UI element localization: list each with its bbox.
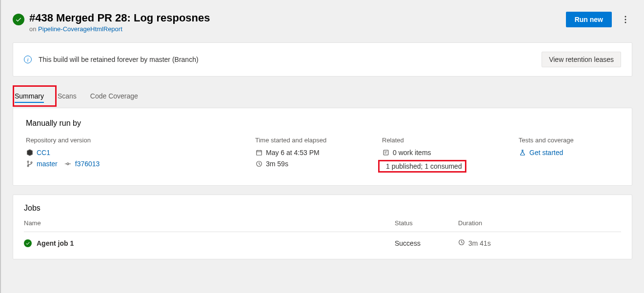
- elapsed-value: 3m 59s: [266, 160, 288, 168]
- time-started-value: May 6 at 4:53 PM: [266, 149, 320, 156]
- clock-icon: [255, 160, 262, 168]
- retention-notice-text: This build will be retained forever by m…: [39, 56, 542, 63]
- build-title: #438 Merged PR 28: Log resposnes: [29, 12, 210, 24]
- job-row[interactable]: Agent job 1 Success 3m 41s: [24, 232, 621, 247]
- repo-icon: [26, 149, 33, 156]
- commit-icon: [64, 160, 72, 168]
- tests-coverage-label: Tests and coverage: [519, 137, 619, 144]
- work-item-icon: [382, 149, 389, 156]
- tab-summary[interactable]: Summary: [8, 87, 51, 105]
- flask-icon: [519, 149, 526, 156]
- branch-link[interactable]: master: [37, 160, 58, 168]
- jobs-col-status: Status: [395, 219, 458, 227]
- svg-point-1: [625, 19, 626, 20]
- tab-code-coverage[interactable]: Code Coverage: [83, 87, 145, 105]
- pipeline-link[interactable]: Pipeline-CoverageHtmlReport: [38, 25, 122, 33]
- run-new-button[interactable]: Run new: [566, 12, 612, 27]
- info-icon: i: [24, 56, 32, 63]
- build-status-success-icon: [13, 14, 24, 25]
- highlight-box-artifacts: 1 published; 1 consumed: [378, 160, 466, 173]
- time-label: Time started and elapsed: [255, 137, 382, 144]
- svg-rect-7: [256, 151, 262, 156]
- pipeline-subtitle: on Pipeline-CoverageHtmlReport: [29, 25, 210, 33]
- jobs-col-duration: Duration: [458, 219, 621, 227]
- section-run-by-title: Manually run by: [26, 119, 619, 128]
- svg-point-6: [67, 163, 69, 165]
- artifacts-link[interactable]: 1 published; 1 consumed: [386, 162, 462, 170]
- jobs-col-name: Name: [24, 219, 395, 227]
- job-status: Success: [395, 239, 458, 247]
- view-retention-leases-button[interactable]: View retention leases: [542, 52, 621, 67]
- svg-rect-9: [383, 150, 388, 155]
- svg-point-3: [27, 161, 29, 162]
- commit-link[interactable]: f376013: [75, 160, 100, 168]
- job-status-success-icon: [24, 239, 32, 247]
- work-items-value: 0 work items: [393, 149, 431, 156]
- repo-link[interactable]: CC1: [37, 149, 50, 156]
- svg-point-0: [625, 16, 626, 18]
- calendar-icon: [255, 149, 262, 156]
- job-duration: 3m 41s: [468, 239, 491, 247]
- branch-icon: [26, 160, 33, 168]
- jobs-title: Jobs: [24, 204, 621, 213]
- get-started-link[interactable]: Get started: [529, 149, 563, 156]
- svg-point-5: [31, 162, 32, 163]
- more-actions-button[interactable]: [619, 13, 632, 26]
- clock-icon: [458, 239, 465, 247]
- tab-scans[interactable]: Scans: [51, 87, 83, 105]
- related-label: Related: [382, 137, 519, 144]
- svg-point-2: [625, 22, 626, 23]
- repo-version-label: Repository and version: [26, 137, 255, 144]
- job-name: Agent job 1: [37, 239, 74, 247]
